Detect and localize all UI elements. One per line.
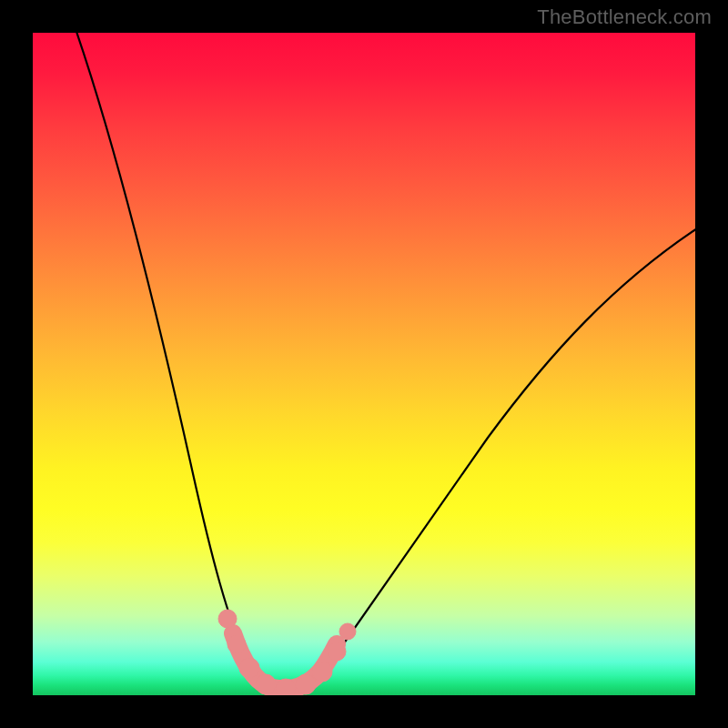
trough-markers xyxy=(218,610,356,695)
curve-layer xyxy=(33,33,695,695)
marker-dot xyxy=(339,623,356,640)
marker-dot xyxy=(312,662,332,682)
watermark-text: TheBottleneck.com xyxy=(537,5,712,29)
plot-area xyxy=(33,33,695,695)
marker-dot xyxy=(228,635,246,653)
chart-frame: TheBottleneck.com xyxy=(0,0,728,728)
marker-dot xyxy=(256,674,276,694)
marker-dot xyxy=(328,642,346,661)
marker-dot xyxy=(239,658,259,678)
marker-dot xyxy=(218,610,237,628)
marker-dot xyxy=(276,679,296,695)
bottleneck-curve xyxy=(74,33,695,690)
marker-dot xyxy=(296,674,316,694)
